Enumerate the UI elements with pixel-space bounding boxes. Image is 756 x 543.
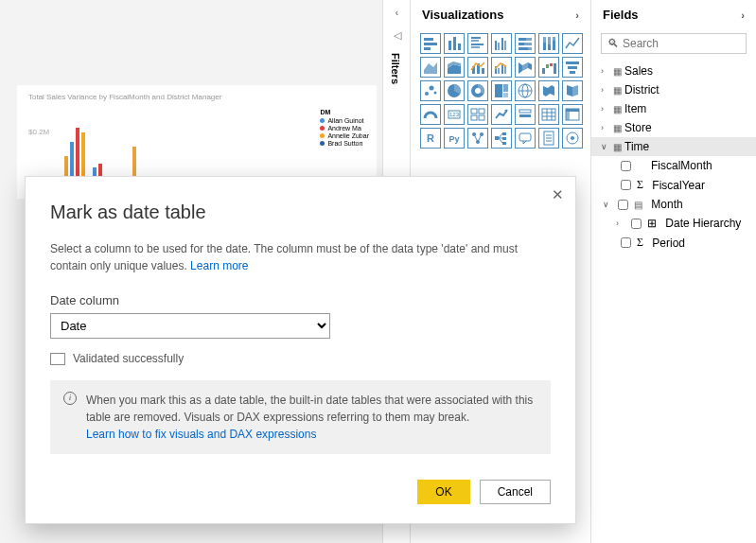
learn-more-link[interactable]: Learn more: [190, 259, 248, 272]
area-chart-icon[interactable]: [420, 57, 441, 78]
treemap-icon[interactable]: [491, 80, 512, 101]
table-time[interactable]: ∨▦Time: [591, 137, 756, 156]
svg-rect-45: [570, 71, 575, 74]
svg-text:123: 123: [449, 112, 460, 117]
svg-marker-26: [424, 62, 437, 74]
calendar-icon: ▤: [634, 200, 642, 210]
filter-icon: ◁: [384, 26, 410, 45]
dialog-title: Mark as date table: [50, 201, 551, 223]
chevron-down-icon[interactable]: ∨: [601, 142, 610, 151]
svg-rect-35: [504, 66, 506, 74]
svg-rect-21: [543, 37, 546, 43]
chevron-right-icon[interactable]: ›: [601, 66, 610, 76]
svg-rect-54: [503, 93, 508, 97]
python-visual-icon[interactable]: Py: [444, 128, 465, 149]
svg-rect-83: [502, 132, 506, 135]
kpi-icon[interactable]: [491, 104, 512, 125]
info-message: i When you mark this as a date table, th…: [50, 380, 551, 454]
field-date-hierarchy[interactable]: ›⊞ Date Hierarchy: [591, 214, 756, 233]
svg-line-80: [474, 134, 478, 142]
line-chart-icon[interactable]: [562, 33, 583, 54]
pie-icon[interactable]: [444, 80, 465, 101]
line-column-icon[interactable]: [467, 57, 488, 78]
svg-rect-1: [424, 43, 437, 45]
multi-card-icon[interactable]: [467, 104, 488, 125]
field-fiscalmonth[interactable]: FiscalMonth: [591, 156, 756, 175]
stacked-bar-100-icon[interactable]: [515, 33, 536, 54]
shape-map-icon[interactable]: [562, 80, 583, 101]
svg-rect-12: [501, 38, 503, 50]
svg-point-48: [434, 92, 437, 95]
svg-rect-7: [471, 40, 479, 42]
table-sales[interactable]: ›▦Sales: [591, 61, 756, 80]
mark-as-date-table-dialog: ✕ Mark as date table Select a column to …: [25, 176, 576, 524]
table-store[interactable]: ›▦Store: [591, 118, 756, 137]
search-input[interactable]: 🔍︎: [601, 33, 747, 54]
r-visual-icon[interactable]: R: [420, 128, 441, 149]
svg-rect-44: [568, 66, 577, 69]
cancel-button[interactable]: Cancel: [480, 480, 551, 504]
filled-map-icon[interactable]: [538, 80, 559, 101]
svg-rect-63: [479, 115, 484, 120]
ok-button[interactable]: OK: [417, 480, 469, 504]
arcgis-map-icon[interactable]: [562, 128, 583, 149]
table-item[interactable]: ›▦Item: [591, 99, 756, 118]
chevron-right-icon[interactable]: ›: [601, 85, 610, 95]
field-period[interactable]: Σ Period: [591, 233, 756, 253]
svg-rect-65: [519, 110, 531, 113]
line-clustered-column-icon[interactable]: [491, 57, 512, 78]
field-fiscalyear[interactable]: Σ FiscalYear: [591, 175, 756, 195]
svg-rect-15: [526, 38, 532, 41]
date-column-select[interactable]: Date: [50, 313, 330, 339]
chevron-right-icon[interactable]: ›: [575, 9, 579, 21]
chart-legend: DM Allan Guinot Andrew Ma Annelie Zubar …: [320, 109, 369, 148]
search-icon: 🔍︎: [607, 37, 619, 50]
svg-rect-31: [482, 68, 484, 74]
dialog-description: Select a column to be used for the date.…: [50, 240, 551, 274]
table-icon: ▦: [613, 66, 622, 77]
svg-rect-60: [471, 109, 477, 114]
card-icon[interactable]: 123: [444, 104, 465, 125]
chevron-left-icon[interactable]: ‹: [384, 0, 410, 26]
field-month[interactable]: ∨▤ Month: [591, 195, 756, 214]
donut-icon[interactable]: [467, 80, 488, 101]
viz-header: Visualizations ›: [411, 0, 590, 29]
table-district[interactable]: ›▦District: [591, 80, 756, 99]
scatter-icon[interactable]: [420, 80, 441, 101]
stacked-area-icon[interactable]: [444, 57, 465, 78]
stacked-column-icon[interactable]: [444, 33, 465, 54]
slicer-icon[interactable]: [515, 104, 536, 125]
table-icon: ▦: [613, 104, 622, 114]
decomposition-tree-icon[interactable]: [491, 128, 512, 149]
chevron-down-icon[interactable]: ∨: [603, 200, 612, 209]
chevron-right-icon[interactable]: ›: [601, 123, 610, 132]
table-icon[interactable]: [538, 104, 559, 125]
svg-rect-84: [502, 137, 506, 140]
svg-rect-82: [495, 136, 499, 140]
gauge-icon[interactable]: [420, 104, 441, 125]
learn-fix-link[interactable]: Learn how to fix visuals and DAX express…: [86, 428, 316, 441]
svg-rect-9: [471, 46, 480, 48]
paginated-report-icon[interactable]: [538, 128, 559, 149]
clustered-bar-icon[interactable]: [467, 33, 488, 54]
funnel-icon[interactable]: [562, 57, 583, 78]
qa-visual-icon[interactable]: [515, 128, 536, 149]
svg-rect-85: [502, 142, 506, 145]
sigma-icon: Σ: [637, 236, 643, 250]
svg-rect-23: [548, 37, 551, 44]
matrix-icon[interactable]: [562, 104, 583, 125]
map-icon[interactable]: [515, 80, 536, 101]
svg-marker-37: [522, 62, 528, 71]
close-button[interactable]: ✕: [552, 186, 564, 203]
stacked-column-100-icon[interactable]: [538, 33, 559, 54]
hierarchy-icon: ⊞: [647, 217, 657, 230]
clustered-column-icon[interactable]: [491, 33, 512, 54]
key-influencers-icon[interactable]: [467, 128, 488, 149]
stacked-bar-icon[interactable]: [420, 33, 441, 54]
chevron-right-icon[interactable]: ›: [616, 219, 625, 228]
chevron-right-icon[interactable]: ›: [601, 104, 610, 114]
waterfall-icon[interactable]: [538, 57, 559, 78]
ribbon-chart-icon[interactable]: [515, 57, 536, 78]
chevron-right-icon[interactable]: ›: [741, 9, 745, 21]
fields-header: Fields ›: [591, 0, 756, 29]
